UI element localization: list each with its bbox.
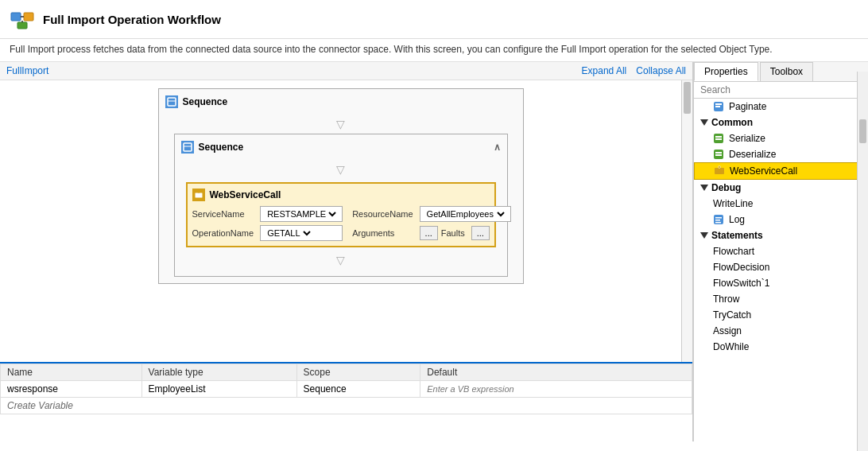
resource-name-select[interactable]: GetAllEmployees [420,206,511,222]
canvas-container: Sequence ▽ Sequence ∧ ▽ [0,80,692,362]
outer-sequence-label: Sequence [183,96,228,107]
var-scope: Sequence [296,381,420,398]
inner-sequence: Sequence ∧ ▽ WebServiceCall [174,134,508,277]
writeline-label: WriteLine [713,198,753,209]
svg-rect-7 [184,143,192,151]
create-variable-label[interactable]: Create Variable [1,398,692,414]
service-name-dropdown[interactable]: RESTSAMPLE [264,208,339,220]
toolbox-item-deserialize[interactable]: Deserialize [694,146,868,162]
wsc-fields: ServiceName RESTSAMPLE ResourceName [192,206,490,241]
operation-name-dropdown[interactable]: GETALL [264,227,313,239]
log-label: Log [729,214,745,225]
arguments-button[interactable]: ... [420,226,438,240]
trycatch-label: TryCatch [713,309,751,321]
inner-sequence-label: Sequence [199,142,244,153]
svg-rect-0 [11,13,21,21]
svg-rect-20 [715,168,724,174]
resource-name-label: ResourceName [352,209,416,219]
right-panel-scrollbar[interactable] [857,72,868,451]
toolbox-item-trycatch[interactable]: TryCatch [694,307,868,323]
canvas-scrollbar[interactable] [681,80,692,362]
toolbox-item-webservicecall[interactable]: WebServiceCall [694,162,868,180]
table-row: wsresponse EmployeeList Sequence [1,381,692,398]
toolbox-item-assign[interactable]: Assign [694,323,868,339]
col-type-header: Variable type [141,364,296,381]
toolbox-item-dowhile[interactable]: DoWhile [694,339,868,355]
page-title: Full Import Operation Workflow [43,13,221,26]
serialize-icon [713,133,724,144]
arrow-down-3: ▽ [181,251,501,270]
var-default-input[interactable] [427,384,685,394]
svg-point-21 [719,166,721,169]
variables-panel: Name Variable type Scope Default wsrespo… [0,362,692,441]
toolbox-item-log[interactable]: Log [694,212,868,227]
create-variable-row[interactable]: Create Variable [1,398,692,414]
service-name-label: ServiceName [192,209,258,219]
svg-rect-16 [715,138,722,140]
header: Full Import Operation Workflow [0,0,868,39]
toolbar-actions: Expand All Collapse All [582,65,686,76]
var-name: wsresponse [1,381,142,398]
toolbox-content: Paginate Common Serialize Deserialize We… [694,99,868,441]
toolbox-item-flowswitch[interactable]: FlowSwitch`1 [694,275,868,291]
svg-rect-9 [195,192,203,198]
wsc-label: WebServiceCall [210,189,281,200]
toolbox-item-serialize[interactable]: Serialize [694,130,868,146]
webservicecall-block: WebServiceCall ServiceName RESTSAMPLE [186,182,496,247]
collapse-all-button[interactable]: Collapse All [636,65,686,76]
faults-button[interactable]: ... [471,226,490,240]
statements-label: Statements [711,230,763,241]
svg-rect-1 [24,13,33,21]
wsc-header: WebServiceCall [192,189,490,201]
assign-label: Assign [713,325,742,336]
debug-expand-icon [700,185,708,191]
service-name-select[interactable]: RESTSAMPLE [260,206,343,222]
toolbox-item-writeline[interactable]: WriteLine [694,196,868,212]
outer-sequence: Sequence ▽ Sequence ∧ ▽ [158,88,524,284]
var-default[interactable] [420,381,692,398]
svg-rect-5 [168,98,176,106]
toolbox-group-debug[interactable]: Debug [694,180,868,196]
canvas: Sequence ▽ Sequence ∧ ▽ [0,80,681,362]
variables-table: Name Variable type Scope Default wsrespo… [0,364,692,414]
operation-name-select[interactable]: GETALL [260,225,343,241]
webservicecall-icon [714,165,725,177]
faults-label: Faults [441,228,468,238]
svg-rect-24 [715,220,720,221]
col-name-header: Name [1,364,142,381]
flowswitch-label: FlowSwitch`1 [713,278,769,289]
serialize-label: Serialize [729,133,765,144]
common-label: Common [711,117,753,128]
statements-expand-icon [700,232,708,239]
deserialize-icon [713,149,724,160]
dowhile-label: DoWhile [713,341,749,352]
svg-rect-12 [715,103,722,105]
toolbox-item-paginate[interactable]: Paginate [694,99,868,115]
sequence-icon [165,95,178,108]
tab-toolbox[interactable]: Toolbox [760,62,813,81]
toolbox-search[interactable] [694,82,868,99]
toolbox-item-flowchart[interactable]: Flowchart [694,243,868,259]
toolbox-item-flowdecision[interactable]: FlowDecision [694,259,868,275]
flowchart-label: Flowchart [713,246,754,257]
webservicecall-label: WebServiceCall [730,165,797,177]
panel-tabs: Properties Toolbox [694,62,868,82]
breadcrumb[interactable]: FullImport [6,65,48,76]
svg-rect-25 [715,222,721,224]
toolbox-item-throw[interactable]: Throw [694,291,868,307]
svg-rect-13 [715,106,720,107]
log-icon [713,214,724,225]
debug-label: Debug [711,182,741,193]
inner-sequence-icon [181,141,194,154]
left-panel: FullImport Expand All Collapse All Seque… [0,62,693,441]
toolbox-group-common[interactable]: Common [694,115,868,130]
toolbox-group-statements[interactable]: Statements [694,227,868,243]
svg-rect-19 [715,154,722,156]
collapse-icon[interactable]: ∧ [494,142,501,153]
col-scope-header: Scope [296,364,420,381]
svg-rect-23 [715,217,722,219]
tab-properties[interactable]: Properties [694,62,758,81]
expand-all-button[interactable]: Expand All [582,65,627,76]
common-expand-icon [700,119,708,126]
resource-name-dropdown[interactable]: GetAllEmployees [424,208,507,220]
